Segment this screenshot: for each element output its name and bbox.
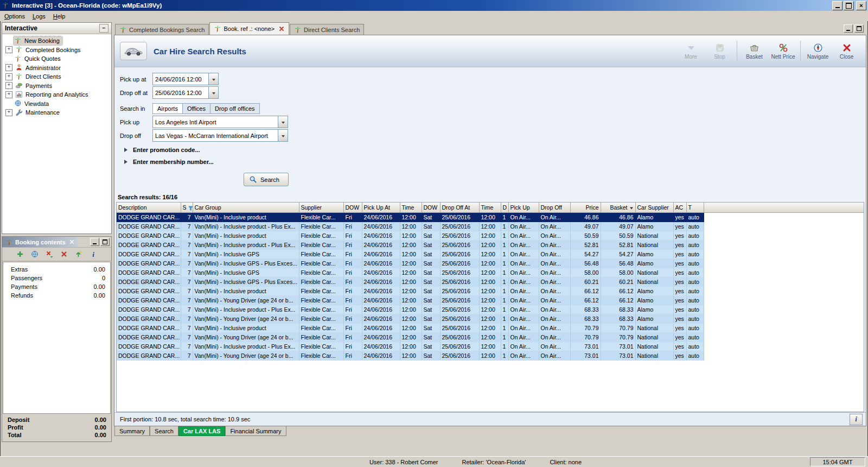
column-header-label: Drop Off At: [442, 204, 470, 211]
result-row[interactable]: DODGE GRAND CAR...7Van(Mini) - Inclusive…: [117, 305, 864, 314]
expander-icon[interactable]: +: [5, 109, 12, 116]
booking-panel-close-icon[interactable]: [69, 239, 74, 244]
bottom-tab-car-lax-las[interactable]: Car LAX LAS: [178, 426, 225, 436]
booking-minimize-button[interactable]: [90, 238, 99, 246]
result-row[interactable]: DODGE GRAND CAR...7Van(Mini) - Young Dri…: [117, 333, 864, 342]
expander-icon[interactable]: +: [5, 91, 12, 98]
add-icon[interactable]: [15, 249, 25, 259]
column-header-time[interactable]: Time: [479, 203, 501, 213]
expander-icon[interactable]: +: [5, 64, 12, 71]
result-row[interactable]: DODGE GRAND CAR...7Van(Mini) - Young Dri…: [117, 351, 864, 361]
column-header-price[interactable]: Price: [570, 203, 601, 213]
column-header-s[interactable]: S: [181, 203, 193, 213]
close-button[interactable]: ×: [856, 1, 866, 10]
tab-direct-clients-search[interactable]: Direct Clients Search: [290, 24, 364, 35]
column-header-pick-up[interactable]: Pick Up: [508, 203, 539, 213]
pickup-location-combo[interactable]: Los Angeles Intl Airport: [152, 116, 288, 128]
dropdown-arrow-icon[interactable]: [278, 130, 288, 141]
result-row[interactable]: DODGE GRAND CAR...7Van(Mini) - Inclusive…: [117, 268, 864, 277]
search-in-tab-offices[interactable]: Offices: [183, 103, 210, 114]
replace-icon[interactable]: [44, 249, 54, 259]
result-row[interactable]: DODGE GRAND CAR...7Van(Mini) - Inclusive…: [117, 213, 864, 222]
result-row[interactable]: DODGE GRAND CAR...7Van(Mini) - Inclusive…: [117, 324, 864, 333]
sidebar-item-new-booking[interactable]: New Booking: [2, 36, 111, 46]
expander-icon[interactable]: +: [5, 82, 12, 89]
column-header-dow[interactable]: DOW: [422, 203, 440, 213]
sidebar-item-reporting-and-analytics[interactable]: +Reporting and Analytics: [2, 90, 111, 99]
dropoff-date-combo[interactable]: 25/06/2016 12:00: [152, 86, 219, 99]
bottom-tab-search[interactable]: Search: [150, 426, 178, 436]
document-restore-button[interactable]: [854, 24, 864, 33]
cell-drop-off: On Air...: [539, 287, 570, 296]
cell-price: 70.79: [570, 324, 601, 333]
column-header-pick-up-at[interactable]: Pick Up At: [362, 203, 400, 213]
menu-options[interactable]: Options: [1, 12, 29, 21]
column-header-basket[interactable]: Basket: [601, 203, 635, 213]
tab-book-ref-none[interactable]: Book. ref .: <none>: [209, 22, 289, 35]
result-row[interactable]: DODGE GRAND CAR...7Van(Mini) - Inclusive…: [117, 277, 864, 287]
column-header-supplier[interactable]: Supplier: [299, 203, 343, 213]
sidebar-item-maintenance[interactable]: +Maintenance: [2, 108, 111, 117]
info-button[interactable]: i: [850, 414, 863, 425]
result-row[interactable]: DODGE GRAND CAR...7Van(Mini) - Inclusive…: [117, 259, 864, 268]
search-in-tab-airports[interactable]: Airports: [152, 103, 183, 114]
tab-completed-bookings-search[interactable]: Completed Bookings Search: [115, 24, 209, 35]
panel-collapse-button[interactable]: −: [99, 24, 108, 33]
menu-help[interactable]: Help: [49, 12, 69, 21]
column-header-label: D: [503, 204, 507, 211]
sidebar-item-payments[interactable]: +Payments: [2, 81, 111, 91]
membership-number-expander[interactable]: Enter membership number...: [124, 159, 866, 165]
column-header-car-group[interactable]: Car Group: [193, 203, 299, 213]
column-header-description[interactable]: Description: [117, 203, 181, 213]
column-header-time[interactable]: Time: [400, 203, 422, 213]
promotion-code-expander[interactable]: Enter promotion code...: [124, 147, 866, 153]
column-header-d[interactable]: D: [501, 203, 508, 213]
result-row[interactable]: DODGE GRAND CAR...7Van(Mini) - Inclusive…: [117, 231, 864, 241]
expander-icon[interactable]: +: [5, 73, 12, 80]
column-header-label: Pick Up At: [364, 204, 390, 211]
result-row[interactable]: DODGE GRAND CAR...7Van(Mini) - Young Dri…: [117, 296, 864, 305]
column-header-drop-off[interactable]: Drop Off: [539, 203, 570, 213]
sidebar-item-completed-bookings[interactable]: +Completed Bookings: [2, 46, 111, 55]
result-row[interactable]: DODGE GRAND CAR...7Van(Mini) - Inclusive…: [117, 250, 864, 259]
basket-button[interactable]: Basket: [742, 41, 767, 61]
booking-restore-button[interactable]: [100, 238, 110, 246]
result-row[interactable]: DODGE GRAND CAR...7Van(Mini) - Inclusive…: [117, 241, 864, 250]
result-row[interactable]: DODGE GRAND CAR...7Van(Mini) - Inclusive…: [117, 287, 864, 296]
close-button[interactable]: Close: [834, 41, 859, 61]
bottom-tab-financial-summary[interactable]: Financial Summary: [225, 426, 286, 436]
navigate-button[interactable]: Navigate: [805, 41, 831, 61]
column-header-car-supplier[interactable]: Car Supplier: [635, 203, 673, 213]
pickup-date-combo[interactable]: 24/06/2016 12:00: [152, 73, 219, 85]
result-row[interactable]: DODGE GRAND CAR...7Van(Mini) - Inclusive…: [117, 222, 864, 231]
column-header-t[interactable]: T: [686, 203, 704, 213]
sidebar-item-quick-quotes[interactable]: Quick Quotes: [2, 54, 111, 64]
booking-panel-title-tab[interactable]: Booking contents: [2, 237, 78, 247]
column-header-dow[interactable]: DOW: [343, 203, 362, 213]
dropdown-arrow-icon[interactable]: [208, 73, 218, 85]
sidebar-item-direct-clients[interactable]: +Direct Clients: [2, 72, 111, 81]
export-icon[interactable]: [74, 249, 84, 259]
dropdown-arrow-icon[interactable]: [208, 87, 218, 98]
document-minimize-button[interactable]: [844, 24, 853, 33]
delete-icon[interactable]: [59, 249, 69, 259]
minimize-button[interactable]: [832, 1, 843, 10]
nett-price-button[interactable]: Nett Price: [770, 41, 796, 61]
expander-icon[interactable]: +: [5, 46, 12, 53]
dropdown-arrow-icon[interactable]: [278, 116, 288, 128]
sidebar-item-viewdata[interactable]: Viewdata: [2, 99, 111, 109]
result-row[interactable]: DODGE GRAND CAR...7Van(Mini) - Inclusive…: [117, 342, 864, 351]
dropoff-location-combo[interactable]: Las Vegas - McCarran International Airpo…: [152, 129, 288, 142]
bottom-tab-summary[interactable]: Summary: [114, 426, 150, 436]
maximize-button[interactable]: [844, 1, 854, 10]
search-button[interactable]: Search: [244, 173, 289, 186]
column-header-drop-off-at[interactable]: Drop Off At: [440, 203, 479, 213]
result-row[interactable]: DODGE GRAND CAR...7Van(Mini) - Young Dri…: [117, 314, 864, 324]
sidebar-item-administrator[interactable]: +Administrator: [2, 64, 111, 73]
column-header-ac[interactable]: AC: [673, 203, 686, 213]
info-icon[interactable]: i: [88, 249, 98, 259]
globe-icon[interactable]: [30, 249, 40, 259]
cell-car-supplier: Alamo: [635, 250, 673, 259]
search-in-tab-drop-off-offices[interactable]: Drop off offices: [210, 103, 260, 114]
menu-logs[interactable]: Logs: [29, 12, 49, 21]
